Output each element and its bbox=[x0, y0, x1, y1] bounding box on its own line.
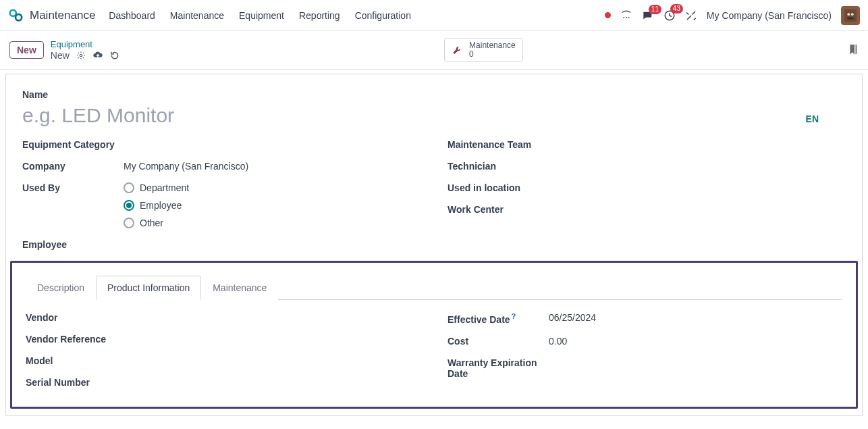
maintenance-count-label: Maintenance bbox=[469, 41, 516, 50]
company-value[interactable]: My Company (San Francisco) bbox=[124, 161, 248, 172]
company-label: Company bbox=[22, 161, 124, 172]
company-selector[interactable]: My Company (San Francisco) bbox=[707, 10, 832, 21]
employee-label: Employee bbox=[22, 239, 124, 250]
effective-date-value[interactable]: 06/25/2024 bbox=[549, 312, 596, 323]
warranty-expiration-label: Warranty Expiration Date bbox=[447, 357, 555, 379]
bookmark-icon[interactable] bbox=[848, 43, 859, 57]
maintenance-count-value: 0 bbox=[469, 50, 516, 59]
user-avatar[interactable] bbox=[841, 6, 860, 25]
nav-link-reporting[interactable]: Reporting bbox=[299, 10, 340, 21]
radio-other[interactable]: Other bbox=[124, 218, 189, 228]
radio-circle-icon bbox=[124, 218, 134, 228]
product-info-panel: Vendor Vendor Reference Model Serial Num… bbox=[26, 312, 842, 399]
nav-link-dashboard[interactable]: Dashboard bbox=[109, 10, 155, 21]
nav-link-configuration[interactable]: Configuration bbox=[355, 10, 411, 21]
cost-label: Cost bbox=[447, 336, 549, 347]
recording-indicator-icon bbox=[605, 12, 611, 18]
serial-number-label: Serial Number bbox=[26, 377, 127, 388]
radio-employee-label: Employee bbox=[140, 200, 182, 211]
form-scroll-area[interactable]: Name EN Equipment Category Company My Co… bbox=[0, 70, 868, 428]
gear-icon[interactable] bbox=[76, 51, 86, 60]
radio-employee[interactable]: Employee bbox=[124, 200, 189, 211]
breadcrumb-current: New bbox=[51, 50, 70, 61]
svg-point-0 bbox=[10, 9, 16, 16]
svg-point-4 bbox=[628, 17, 630, 18]
effective-date-label: Effective Date? bbox=[447, 312, 549, 325]
tab-bar: Description Product Information Maintena… bbox=[26, 275, 842, 300]
radio-department-label: Department bbox=[140, 182, 189, 193]
vendor-label: Vendor bbox=[26, 312, 127, 323]
cost-value[interactable]: 0.00 bbox=[549, 336, 567, 347]
top-nav-right: 11 43 My Company (San Francisco) bbox=[605, 6, 860, 25]
radio-circle-icon bbox=[124, 182, 134, 193]
maintenance-count-button[interactable]: Maintenance 0 bbox=[444, 38, 523, 62]
svg-rect-6 bbox=[844, 9, 857, 21]
radio-other-label: Other bbox=[140, 218, 163, 228]
svg-point-2 bbox=[623, 17, 624, 18]
work-center-label: Work Center bbox=[447, 204, 549, 215]
tab-product-information[interactable]: Product Information bbox=[96, 276, 201, 300]
nav-link-equipment[interactable]: Equipment bbox=[239, 10, 284, 21]
control-bar: New Equipment New Maintenance 0 bbox=[0, 31, 868, 70]
model-label: Model bbox=[26, 355, 127, 366]
radio-circle-checked-icon bbox=[124, 200, 134, 211]
help-icon[interactable]: ? bbox=[512, 312, 516, 320]
nav-link-maintenance[interactable]: Maintenance bbox=[170, 10, 224, 21]
app-title[interactable]: Maintenance bbox=[30, 9, 95, 22]
svg-point-3 bbox=[626, 17, 627, 18]
debug-icon[interactable] bbox=[620, 10, 632, 21]
name-input[interactable] bbox=[22, 104, 599, 127]
effective-date-label-text: Effective Date bbox=[447, 314, 510, 325]
svg-point-7 bbox=[847, 13, 850, 16]
svg-point-8 bbox=[851, 13, 854, 16]
used-by-label: Used By bbox=[22, 182, 124, 193]
new-button[interactable]: New bbox=[9, 41, 44, 59]
nav-links: Dashboard Maintenance Equipment Reportin… bbox=[109, 10, 411, 21]
maintenance-team-label: Maintenance Team bbox=[447, 139, 549, 150]
category-label: Equipment Category bbox=[22, 139, 124, 150]
top-nav: Maintenance Dashboard Maintenance Equipm… bbox=[0, 0, 868, 31]
used-in-location-label: Used in location bbox=[447, 182, 549, 193]
discard-icon[interactable] bbox=[110, 51, 119, 60]
breadcrumb-parent[interactable]: Equipment bbox=[51, 39, 119, 50]
wrench-icon bbox=[452, 44, 464, 56]
messages-icon[interactable]: 11 bbox=[642, 10, 654, 21]
name-label: Name bbox=[22, 89, 846, 100]
form-sheet: Name EN Equipment Category Company My Co… bbox=[5, 74, 863, 416]
left-column: Equipment Category Company My Company (S… bbox=[22, 139, 421, 261]
activities-badge: 43 bbox=[670, 4, 683, 14]
radio-department[interactable]: Department bbox=[124, 182, 189, 193]
used-by-radio-group: Department Employee Other bbox=[124, 182, 189, 228]
messages-badge: 11 bbox=[649, 5, 661, 14]
svg-point-10 bbox=[80, 54, 82, 57]
tab-maintenance[interactable]: Maintenance bbox=[201, 276, 278, 300]
svg-point-1 bbox=[16, 14, 22, 20]
technician-label: Technician bbox=[447, 161, 549, 172]
tools-icon[interactable] bbox=[685, 9, 697, 22]
activities-icon[interactable]: 43 bbox=[663, 9, 676, 22]
app-logo[interactable] bbox=[8, 8, 23, 23]
right-column: Maintenance Team Technician Used in loca… bbox=[447, 139, 846, 261]
svg-rect-9 bbox=[847, 17, 853, 19]
tab-description[interactable]: Description bbox=[26, 276, 96, 300]
vendor-reference-label: Vendor Reference bbox=[26, 334, 127, 345]
language-toggle[interactable]: EN bbox=[806, 113, 819, 124]
cloud-upload-icon[interactable] bbox=[92, 51, 103, 60]
highlighted-tabs-region: Description Product Information Maintena… bbox=[10, 261, 858, 409]
breadcrumb: Equipment New bbox=[51, 39, 119, 61]
